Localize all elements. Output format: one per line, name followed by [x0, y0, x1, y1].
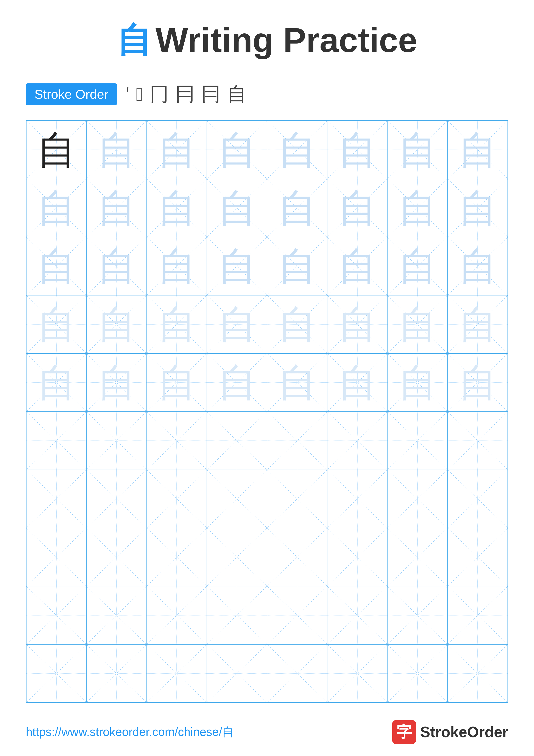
grid-cell-r5-c2[interactable]: 自: [87, 353, 146, 412]
grid-cell-r3-c6[interactable]: 自: [327, 237, 387, 295]
svg-line-150: [207, 645, 267, 702]
footer-url[interactable]: https://www.strokeorder.com/chinese/自: [26, 724, 234, 740]
grid-cell-r3-c2[interactable]: 自: [87, 237, 146, 295]
grid-cell-r8-c6[interactable]: [327, 528, 387, 586]
svg-line-87: [207, 412, 267, 470]
grid-cell-r10-c5[interactable]: [267, 644, 327, 703]
grid-cell-r10-c8[interactable]: [447, 644, 508, 703]
grid-cell-r2-c7[interactable]: 自: [387, 179, 447, 237]
grid-cell-r10-c2[interactable]: [87, 644, 146, 703]
grid-cell-r1-c4[interactable]: 自: [207, 121, 267, 179]
grid-cell-r1-c2[interactable]: 自: [87, 121, 146, 179]
svg-line-80: [27, 412, 86, 470]
grid-cell-r2-c1[interactable]: 自: [26, 179, 87, 237]
grid-cell-r4-c5[interactable]: 自: [267, 295, 327, 353]
grid-cell-r5-c8[interactable]: 自: [447, 353, 508, 412]
char-ghost: 自: [37, 189, 76, 228]
grid-cell-r5-c6[interactable]: 自: [327, 353, 387, 412]
grid-cell-r1-c6[interactable]: 自: [327, 121, 387, 179]
grid-cell-r5-c5[interactable]: 自: [267, 353, 327, 412]
grid-cell-r4-c2[interactable]: 自: [87, 295, 146, 353]
grid-cell-r8-c2[interactable]: [87, 528, 146, 586]
grid-cell-r5-c3[interactable]: 自: [147, 353, 207, 412]
grid-cell-r6-c1[interactable]: [26, 412, 87, 470]
svg-line-151: [207, 645, 267, 702]
grid-cell-r6-c3[interactable]: [147, 412, 207, 470]
grid-cell-r10-c3[interactable]: [147, 644, 207, 703]
grid-cell-r10-c4[interactable]: [207, 644, 267, 703]
svg-line-136: [267, 586, 327, 644]
grid-cell-r8-c1[interactable]: [26, 528, 87, 586]
char-ghost: 自: [278, 189, 317, 228]
char-ghost: 自: [97, 247, 136, 285]
grid-cell-r7-c2[interactable]: [87, 470, 146, 528]
grid-cell-r6-c2[interactable]: [87, 412, 146, 470]
grid-cell-r6-c6[interactable]: [327, 412, 387, 470]
grid-cell-r1-c7[interactable]: 自: [387, 121, 447, 179]
grid-cell-r8-c4[interactable]: [207, 528, 267, 586]
grid-cell-r3-c4[interactable]: 自: [207, 237, 267, 295]
grid-cell-r10-c1[interactable]: [26, 644, 87, 703]
svg-line-111: [448, 470, 507, 528]
grid-cell-r6-c4[interactable]: [207, 412, 267, 470]
grid-cell-r5-c7[interactable]: 自: [387, 353, 447, 412]
char-ghost-faint: 自: [37, 363, 76, 402]
grid-cell-r8-c7[interactable]: [387, 528, 447, 586]
char-solid: 自: [37, 130, 76, 169]
grid-cell-r9-c2[interactable]: [87, 586, 146, 644]
grid-cell-r4-c8[interactable]: 自: [447, 295, 508, 353]
svg-line-134: [207, 586, 267, 644]
char-ghost: 自: [157, 189, 196, 228]
grid-cell-r6-c5[interactable]: [267, 412, 327, 470]
grid-cell-r1-c8[interactable]: 自: [447, 121, 508, 179]
grid-cell-r4-c7[interactable]: 自: [387, 295, 447, 353]
grid-cell-r4-c1[interactable]: 自: [26, 295, 87, 353]
grid-cell-r1-c1[interactable]: 自: [26, 121, 87, 179]
grid-cell-r10-c6[interactable]: [327, 644, 387, 703]
grid-cell-r9-c1[interactable]: [26, 586, 87, 644]
grid-cell-r1-c5[interactable]: 自: [267, 121, 327, 179]
svg-line-129: [27, 586, 86, 644]
grid-cell-r2-c2[interactable]: 自: [87, 179, 146, 237]
grid-cell-r1-c3[interactable]: 自: [147, 121, 207, 179]
grid-cell-r7-c4[interactable]: [207, 470, 267, 528]
grid-cell-r9-c3[interactable]: [147, 586, 207, 644]
grid-cell-r7-c1[interactable]: [26, 470, 87, 528]
grid-cell-r5-c1[interactable]: 自: [26, 353, 87, 412]
grid-cell-r3-c1[interactable]: 自: [26, 237, 87, 295]
char-ghost-faint: 自: [338, 305, 377, 344]
grid-cell-r3-c3[interactable]: 自: [147, 237, 207, 295]
grid-cell-r8-c8[interactable]: [447, 528, 508, 586]
grid-cell-r9-c6[interactable]: [327, 586, 387, 644]
grid-cell-r2-c6[interactable]: 自: [327, 179, 387, 237]
grid-cell-r2-c8[interactable]: 自: [447, 179, 508, 237]
grid-cell-r2-c3[interactable]: 自: [147, 179, 207, 237]
grid-cell-r9-c8[interactable]: [447, 586, 508, 644]
grid-cell-r5-c4[interactable]: 自: [207, 353, 267, 412]
grid-cell-r2-c5[interactable]: 自: [267, 179, 327, 237]
grid-cell-r7-c6[interactable]: [327, 470, 387, 528]
svg-line-126: [448, 528, 507, 586]
grid-cell-r9-c7[interactable]: [387, 586, 447, 644]
svg-line-120: [267, 528, 327, 586]
grid-cell-r6-c7[interactable]: [387, 412, 447, 470]
grid-cell-r4-c6[interactable]: 自: [327, 295, 387, 353]
grid-cell-r7-c5[interactable]: [267, 470, 327, 528]
grid-cell-r4-c3[interactable]: 自: [147, 295, 207, 353]
grid-cell-r7-c8[interactable]: [447, 470, 508, 528]
grid-cell-r3-c8[interactable]: 自: [447, 237, 508, 295]
char-ghost-faint: 自: [458, 305, 497, 344]
grid-cell-r2-c4[interactable]: 自: [207, 179, 267, 237]
grid-cell-r3-c7[interactable]: 自: [387, 237, 447, 295]
grid-cell-r9-c4[interactable]: [207, 586, 267, 644]
grid-cell-r9-c5[interactable]: [267, 586, 327, 644]
grid-cell-r7-c3[interactable]: [147, 470, 207, 528]
grid-cell-r6-c8[interactable]: [447, 412, 508, 470]
grid-cell-r8-c5[interactable]: [267, 528, 327, 586]
grid-cell-r4-c4[interactable]: 自: [207, 295, 267, 353]
grid-cell-r7-c7[interactable]: [387, 470, 447, 528]
grid-cell-r3-c5[interactable]: 自: [267, 237, 327, 295]
grid-cell-r8-c3[interactable]: [147, 528, 207, 586]
char-ghost: 自: [278, 247, 317, 285]
grid-cell-r10-c7[interactable]: [387, 644, 447, 703]
